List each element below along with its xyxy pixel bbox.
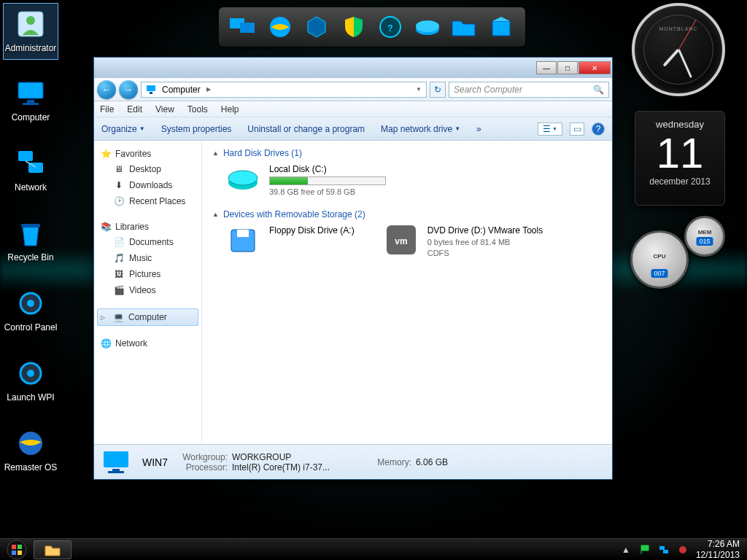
label: Control Panel <box>4 322 58 332</box>
favorites-group: ⭐Favorites 🖥Desktop ⬇Downloads 🕑Recent P… <box>97 147 198 209</box>
dock-globe-icon[interactable] <box>265 12 295 42</box>
hdd-icon <box>225 164 260 193</box>
tray-network-icon[interactable] <box>658 544 670 556</box>
dock-cube-icon[interactable] <box>301 12 332 42</box>
tray-date: 12/11/2013 <box>696 550 740 560</box>
sidebar-item-documents[interactable]: 📄Documents <box>97 234 198 250</box>
svg-point-33 <box>7 540 26 559</box>
svg-rect-23 <box>150 92 152 94</box>
svg-text:vm: vm <box>395 236 407 246</box>
system-properties-button[interactable]: System properties <box>161 124 232 134</box>
libraries-group: 📚Libraries 📄Documents 🎵Music 🖼Pictures 🎬… <box>97 219 198 298</box>
desktop-icon-computer[interactable]: Computer <box>3 73 58 130</box>
desktop-icons: Administrator Computer Network Recycle B… <box>3 3 69 493</box>
content-pane: ▲Hard Disk Drives (1) Local Disk (C:) 39… <box>202 141 612 444</box>
svg-rect-34 <box>12 545 16 549</box>
breadcrumb-computer[interactable]: Computer▶ <box>162 85 211 95</box>
network-icon <box>13 146 48 181</box>
memory-label: Memory: <box>362 457 411 467</box>
menu-tools[interactable]: Tools <box>187 104 208 114</box>
sidebar-item-pictures[interactable]: 🖼Pictures <box>97 266 198 282</box>
sidebar-item-recent[interactable]: 🕑Recent Places <box>97 193 198 209</box>
dock-box-icon[interactable] <box>486 12 516 42</box>
sidebar-item-computer[interactable]: ▷💻Computer <box>97 308 198 326</box>
svg-rect-3 <box>27 100 34 103</box>
tray-clock[interactable]: 7:26 AM 12/11/2013 <box>696 539 740 560</box>
drive-dvd-d[interactable]: vm DVD Drive (D:) VMware Tools 0 bytes f… <box>384 225 543 257</box>
sidebar-item-downloads[interactable]: ⬇Downloads <box>97 177 198 193</box>
help-button[interactable]: ? <box>592 122 605 136</box>
forward-button[interactable]: → <box>119 80 138 99</box>
dropdown-icon[interactable]: ▼ <box>416 86 422 93</box>
trash-icon <box>13 216 48 251</box>
drive-local-c[interactable]: Local Disk (C:) 39.8 GB free of 59.8 GB <box>225 164 602 196</box>
gear-icon <box>13 356 48 391</box>
svg-rect-38 <box>659 546 665 550</box>
back-button[interactable]: ← <box>97 80 116 99</box>
search-icon: 🔍 <box>593 85 604 95</box>
menu-view[interactable]: View <box>155 104 174 114</box>
titlebar[interactable]: — □ ✕ <box>94 58 612 78</box>
favorites-header[interactable]: ⭐Favorites <box>97 147 198 161</box>
second-hand <box>678 19 697 50</box>
menu-edit[interactable]: Edit <box>127 104 142 114</box>
drive-name: Floppy Disk Drive (A:) <box>269 225 355 236</box>
sidebar-item-desktop[interactable]: 🖥Desktop <box>97 161 198 177</box>
dock-help-icon[interactable]: ? <box>375 12 406 42</box>
cpu-gadget[interactable]: CPU 007 MEM 015 <box>630 216 725 303</box>
desktop-icon-recyclebin[interactable]: Recycle Bin <box>3 213 58 270</box>
svg-rect-27 <box>237 230 249 237</box>
music-icon: 🎵 <box>113 252 125 264</box>
search-input[interactable]: Search Computer 🔍 <box>449 82 609 98</box>
more-button[interactable]: » <box>476 124 481 134</box>
tray-flag-icon[interactable] <box>639 544 651 556</box>
dock-disk-icon[interactable] <box>412 12 443 42</box>
dock-monitors-icon[interactable] <box>228 12 258 42</box>
start-button[interactable] <box>3 540 31 559</box>
view-button[interactable]: ☰▼ <box>538 122 562 136</box>
dock-shield-icon[interactable] <box>338 12 369 42</box>
svg-point-1 <box>26 16 35 25</box>
calendar-gadget[interactable]: wednesday 11 december 2013 <box>635 111 725 206</box>
drive-fs: CDFS <box>427 249 543 257</box>
svg-rect-36 <box>12 551 16 555</box>
taskbar: ▲ 7:26 AM 12/11/2013 <box>0 538 747 560</box>
svg-rect-2 <box>18 82 43 98</box>
desktop-icon-remasteros[interactable]: Remaster OS <box>3 423 58 480</box>
hour-hand <box>662 49 679 67</box>
clock-gadget[interactable]: MONTBLANC <box>632 3 725 96</box>
taskbar-explorer[interactable] <box>34 540 71 559</box>
hdd-header[interactable]: ▲Hard Disk Drives (1) <box>212 148 602 158</box>
calendar-day: 11 <box>635 130 724 176</box>
menu-file[interactable]: File <box>100 104 114 114</box>
maximize-button[interactable]: □ <box>557 61 578 74</box>
sidebar-item-videos[interactable]: 🎬Videos <box>97 282 198 298</box>
dock-folder-icon[interactable] <box>449 12 479 42</box>
tray-volume-icon[interactable] <box>677 544 689 556</box>
chevron-right-icon: ▷ <box>101 314 108 321</box>
svg-rect-31 <box>112 469 120 471</box>
drive-floppy-a[interactable]: Floppy Disk Drive (A:) <box>225 225 355 257</box>
preview-pane-button[interactable]: ▭ <box>570 122 584 136</box>
devices-header[interactable]: ▲Devices with Removable Storage (2) <box>212 209 602 219</box>
desktop-icon-network[interactable]: Network <box>3 143 58 200</box>
organize-button[interactable]: Organize▼ <box>101 124 145 134</box>
close-button[interactable]: ✕ <box>578 61 611 74</box>
desktop-icon-launchwpi[interactable]: Launch WPI <box>3 353 58 410</box>
refresh-button[interactable]: ↻ <box>430 82 446 98</box>
tray-chevron-icon[interactable]: ▲ <box>620 544 632 556</box>
floppy-icon <box>225 225 260 254</box>
calendar-dow: wednesday <box>635 119 724 130</box>
sidebar-item-network[interactable]: 🌐Network <box>97 336 198 351</box>
minimize-button[interactable]: — <box>536 61 557 74</box>
libraries-header[interactable]: 📚Libraries <box>97 219 198 234</box>
svg-point-20 <box>416 20 439 32</box>
sidebar-item-music[interactable]: 🎵Music <box>97 250 198 266</box>
uninstall-program-button[interactable]: Uninstall or change a program <box>247 124 365 134</box>
address-bar[interactable]: Computer▶ ▼ <box>141 82 427 98</box>
map-network-drive-button[interactable]: Map network drive▼ <box>381 124 460 134</box>
menu-help[interactable]: Help <box>221 104 239 114</box>
desktop-icon-administrator[interactable]: Administrator <box>3 3 58 60</box>
drive-free: 0 bytes free of 81.4 MB <box>427 238 543 246</box>
desktop-icon-controlpanel[interactable]: Control Panel <box>3 283 58 340</box>
